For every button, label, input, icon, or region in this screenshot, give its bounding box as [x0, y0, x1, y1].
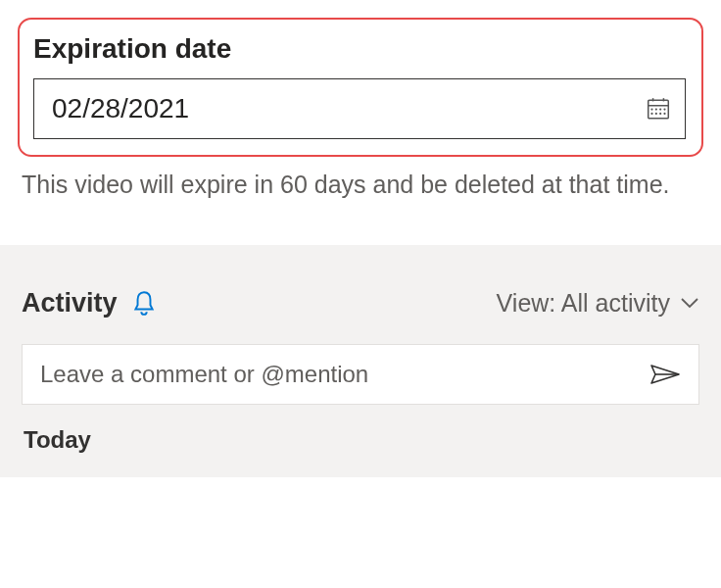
- activity-title: Activity: [22, 288, 118, 318]
- expiration-section: Expiration date This video will expire i…: [0, 0, 721, 220]
- send-icon[interactable]: [649, 363, 681, 386]
- expiration-highlight-box: Expiration date: [18, 18, 703, 157]
- comment-input-wrapper[interactable]: [22, 344, 699, 405]
- calendar-icon[interactable]: [646, 96, 671, 122]
- activity-header: Activity View: All activity: [22, 288, 699, 318]
- expiration-label: Expiration date: [33, 33, 686, 65]
- view-filter-dropdown[interactable]: View: All activity: [497, 289, 699, 318]
- activity-section: Activity View: All activity Today: [0, 245, 721, 477]
- bell-icon[interactable]: [131, 289, 157, 317]
- comment-input[interactable]: [40, 361, 649, 388]
- chevron-down-icon: [680, 296, 699, 310]
- expiration-help-text: This video will expire in 60 days and be…: [18, 169, 703, 202]
- expiration-date-input[interactable]: [52, 93, 646, 124]
- view-filter-label: View: All activity: [497, 289, 670, 318]
- expiration-date-field[interactable]: [33, 78, 686, 139]
- today-label: Today: [22, 426, 699, 454]
